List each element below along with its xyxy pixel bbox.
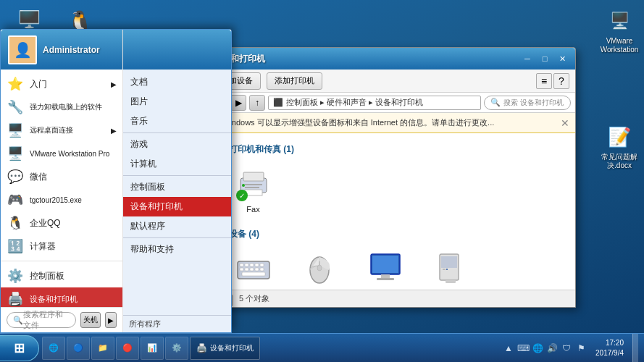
- sm-right-divider1: [123, 132, 231, 133]
- start-menu-items: ⭐ 入门 ▶ 🔧 强力卸载电脑上的软件 🖥️ 远程桌面连接 ▶ 🖥️ VMwar…: [1, 70, 122, 307]
- sm-item-devices[interactable]: 🖨️ 设备和打印机: [1, 287, 122, 307]
- start-menu-user: 👤 Administrator: [1, 30, 122, 70]
- device-keyboard[interactable]: Dell USB EntryKeyboard: [226, 246, 280, 290]
- maximize-button[interactable]: □: [538, 52, 552, 65]
- sm-right-defaults[interactable]: 默认程序: [123, 216, 231, 236]
- fax-icon: ✓: [236, 167, 271, 201]
- up-button[interactable]: ↑: [249, 95, 265, 111]
- taskbar-items: 🌐 🔵 📁 🔴 📊 ⚙️ 🖨️ 设备和打印机: [39, 334, 497, 362]
- taskbar-clock[interactable]: 17:20 2017/9/4: [590, 338, 630, 358]
- device-fax[interactable]: ✓ Fax: [226, 161, 280, 219]
- tray-security-icon[interactable]: 🛡: [561, 342, 572, 354]
- sm-item-wechat[interactable]: 💬 微信: [1, 165, 122, 188]
- svg-rect-22: [372, 256, 398, 273]
- printers-section-header: ▼ 打印机和传真 (1): [216, 143, 566, 156]
- shutdown-arrow-button[interactable]: ▶: [105, 312, 117, 328]
- device-monitor[interactable]: V193HQV: [358, 246, 412, 290]
- sm-right-devices[interactable]: 设备和打印机: [123, 197, 231, 216]
- svg-rect-10: [255, 264, 259, 266]
- printers-grid: ✓ Fax: [216, 161, 566, 219]
- taskbar-explorer[interactable]: 🌐: [42, 337, 65, 360]
- desktop-icon-vmware[interactable]: 🖥️ VMwareWorkstation: [594, 4, 644, 57]
- info-close-button[interactable]: ✕: [561, 117, 569, 129]
- svg-rect-13: [245, 268, 248, 271]
- window-addressbar: ◀ ▶ ↑ ⬛ 控制面板 ▸ 硬件和声音 ▸ 设备和打印机 🔍 搜索 设备和打印…: [207, 93, 575, 113]
- fax-label: Fax: [246, 204, 259, 214]
- qq2-icon: 🐧: [7, 214, 24, 232]
- view-toggle-button[interactable]: ≡: [536, 73, 552, 89]
- intro-icon: ⭐: [7, 75, 24, 93]
- sm-right-comp[interactable]: 计算机: [123, 154, 231, 174]
- taskbar-excel[interactable]: 📊: [141, 337, 164, 360]
- all-programs[interactable]: 所有程序: [123, 315, 231, 332]
- keyboard-icon: [236, 251, 271, 286]
- add-printer-button[interactable]: 添加打印机: [267, 72, 322, 90]
- monitor-dev-icon: [368, 251, 403, 286]
- svg-rect-26: [441, 256, 457, 268]
- sm-item-control[interactable]: ⚙️ 控制面板: [1, 264, 122, 287]
- control-icon: ⚙️: [7, 267, 24, 285]
- remote-icon: 🖥️: [7, 122, 24, 139]
- desktop-icon-label-word: 常见问题解决.docx: [601, 153, 637, 170]
- window-titlebar: 设备和打印机 ─ □ ✕: [207, 48, 575, 70]
- taskbar-chrome[interactable]: 🔴: [116, 337, 139, 360]
- window-content: ▼ 打印机和传真 (1) ✓: [207, 133, 575, 290]
- start-button[interactable]: ⊞: [0, 335, 39, 361]
- taskbar-settings[interactable]: ⚙️: [165, 337, 188, 360]
- device-mouse[interactable]: USB OpticalMouse: [292, 246, 346, 290]
- device-pc[interactable]: WLB-PC: [424, 246, 478, 290]
- show-desktop-button[interactable]: [632, 334, 638, 362]
- tray-keyboard-icon[interactable]: ⌨: [517, 342, 529, 354]
- vmware-sm-icon: 🖥️: [7, 145, 24, 162]
- sm-right-music[interactable]: 音乐: [123, 111, 231, 131]
- sm-right-ctrl[interactable]: 控制面板: [123, 177, 231, 197]
- sm-item-remote[interactable]: 🖥️ 远程桌面连接 ▶: [1, 119, 122, 142]
- sm-right-divider2: [123, 175, 231, 176]
- desktop: 🖥️ 计算机 🐧 企业QQ 🗑️ 回收站 🌐 网络部基础运维视口... 🖥️ V…: [0, 0, 644, 362]
- window-toolbar: 添加设备 添加打印机 ≡ ?: [207, 70, 575, 93]
- sm-right-games[interactable]: 游戏: [123, 135, 231, 154]
- sm-item-tgc[interactable]: 🎮 tgctour2015.exe: [1, 188, 122, 211]
- sm-right-help[interactable]: 帮助和支持: [123, 240, 231, 259]
- window-title: 设备和打印机: [213, 53, 517, 65]
- start-menu-left: 👤 Administrator ⭐ 入门 ▶ 🔧 强力卸载电脑上的软件 🖥️ 远…: [1, 30, 123, 332]
- tray-volume-icon[interactable]: 🔊: [546, 342, 558, 354]
- svg-point-5: [242, 184, 245, 187]
- search-programs[interactable]: 🔍 搜索程序和文件: [7, 312, 76, 328]
- svg-rect-23: [381, 274, 390, 278]
- devices-icon: 🖨️: [7, 290, 24, 307]
- view-buttons: ≡ ?: [536, 73, 569, 89]
- sm-right-divider3: [123, 237, 231, 238]
- sm-item-calc[interactable]: 🔢 计算器: [1, 235, 122, 258]
- sm-right-images[interactable]: 图片: [123, 92, 231, 111]
- shutdown-button[interactable]: 关机: [80, 312, 101, 328]
- sm-right-docs[interactable]: 文档: [123, 72, 231, 92]
- sm-item-uninstall[interactable]: 🔧 强力卸载电脑上的软件: [1, 96, 122, 119]
- forward-button[interactable]: ▶: [230, 95, 246, 111]
- svg-rect-11: [260, 264, 264, 266]
- taskbar-folder[interactable]: 📁: [91, 337, 114, 360]
- svg-rect-1: [243, 172, 264, 181]
- desktop-icon-word[interactable]: 📝 常见问题解决.docx: [594, 119, 644, 173]
- close-button[interactable]: ✕: [555, 52, 569, 65]
- sm-item-qq2[interactable]: 🐧 企业QQ: [1, 211, 122, 235]
- taskbar-devices[interactable]: 🖨️ 设备和打印机: [190, 337, 260, 360]
- svg-rect-17: [242, 272, 265, 276]
- minimize-button[interactable]: ─: [520, 52, 535, 65]
- taskbar: ⊞ 🌐 🔵 📁 🔴 📊 ⚙️ 🖨️ 设备和打印机: [0, 333, 644, 362]
- devices-window: 设备和打印机 ─ □ ✕ 添加设备 添加打印机 ≡ ?: [206, 47, 576, 308]
- tray-network-icon[interactable]: 🌐: [532, 342, 543, 354]
- tray-action-icon[interactable]: ⚑: [575, 342, 587, 354]
- tray-up-icon[interactable]: ▲: [503, 342, 514, 354]
- svg-rect-8: [245, 264, 248, 266]
- search-field[interactable]: 🔍 搜索 设备和打印机: [484, 96, 571, 110]
- avatar: 👤: [8, 35, 37, 64]
- pc-icon: [434, 251, 469, 286]
- help-button[interactable]: ?: [553, 73, 569, 89]
- start-menu: 👤 Administrator ⭐ 入门 ▶ 🔧 强力卸载电脑上的软件 🖥️ 远…: [0, 29, 232, 333]
- address-bar[interactable]: ⬛ 控制面板 ▸ 硬件和声音 ▸ 设备和打印机: [268, 96, 481, 110]
- sm-item-intro[interactable]: ⭐ 入门 ▶: [1, 72, 122, 96]
- taskbar-ie[interactable]: 🔵: [67, 337, 90, 360]
- desktop-icon-label-vmware: VMwareWorkstation: [601, 37, 639, 54]
- sm-item-vmware[interactable]: 🖥️ VMware Workstation Pro: [1, 142, 122, 165]
